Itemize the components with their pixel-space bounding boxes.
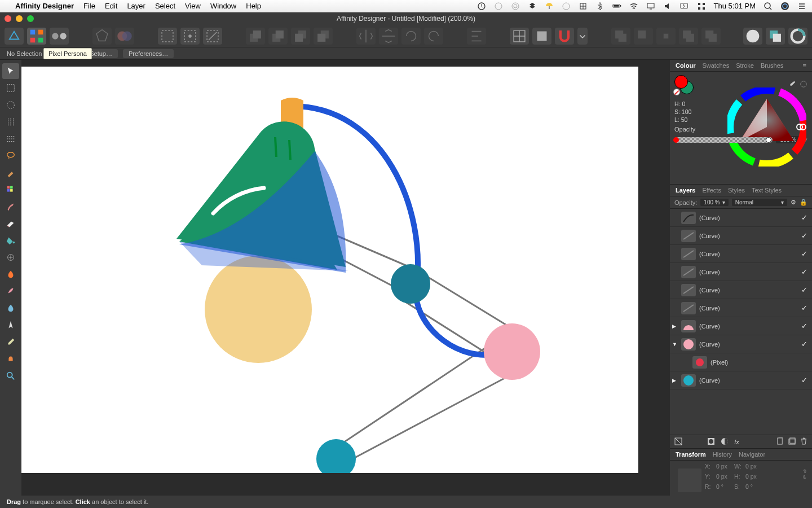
menu-window[interactable]: Window [210,2,236,10]
window-minimize-button[interactable] [16,15,23,22]
layer-list[interactable]: (Curve)✓(Curve)✓(Curve)✓(Curve)✓(Curve)✓… [670,209,812,435]
toolbar-order-front-button[interactable] [314,28,333,45]
erase-brush-tool[interactable] [2,216,19,231]
toolbar-insert-behind-button[interactable] [766,28,785,45]
transform-y-field[interactable]: 0 px [716,473,732,480]
tab-effects[interactable]: Effects [702,187,721,194]
tab-brushes[interactable]: Brushes [761,62,783,69]
tab-navigator[interactable]: Navigator [739,451,765,458]
transform-s-field[interactable]: 0 ° [745,483,761,490]
toolbar-rotate-ccw-button[interactable] [401,28,421,45]
status-globe-icon[interactable] [494,2,503,11]
layer-opacity-field[interactable]: 100 %▾ [700,199,728,206]
layer-expand-icon[interactable]: ▼ [672,341,678,347]
ellipse-marquee-tool[interactable] [2,97,19,113]
toolbar-flip-v-button[interactable] [379,28,398,45]
blur-tool[interactable] [2,300,19,316]
layer-expand-icon[interactable]: ▶ [672,323,678,329]
sharpen-tool[interactable] [2,317,19,333]
toolbar-boolean-subtract-button[interactable] [634,28,653,45]
pixel-persona-button[interactable] [27,28,46,45]
toolbar-flip-h-button[interactable] [356,28,376,45]
transform-r-field[interactable]: 0 ° [716,483,732,490]
status-wifi-icon[interactable] [629,2,638,11]
toolbar-insert-inside-button[interactable] [743,28,762,45]
status-sync-icon[interactable] [477,2,486,11]
delete-layer-icon[interactable] [800,437,807,446]
status-umbrella-icon[interactable] [545,2,554,11]
layer-row[interactable]: (Curve)✓ [670,299,812,317]
status-volume-icon[interactable] [663,2,672,11]
status-charge-icon[interactable] [680,2,689,11]
selection-brush-tool[interactable] [2,165,19,181]
toolbar-selection-all-button[interactable] [158,28,177,45]
toolbar-snap-grid-button[interactable] [510,28,529,45]
layer-row[interactable]: (Curve)✓ [670,227,812,245]
toolbar-boolean-xor-button[interactable] [679,28,698,45]
toolbar-selection-center-button[interactable] [180,28,200,45]
tab-layers[interactable]: Layers [676,187,695,194]
menu-view[interactable]: View [185,2,201,10]
export-persona-button[interactable] [50,28,69,45]
transform-anchor-selector[interactable] [678,468,701,492]
layer-row[interactable]: ▶(Curve)✓ [670,317,812,335]
add-pixel-layer-icon[interactable] [788,437,796,446]
toolbar-rotate-cw-button[interactable] [424,28,443,45]
status-box-icon[interactable] [579,2,588,11]
layer-visibility-checkbox[interactable]: ✓ [801,322,807,330]
layer-row[interactable]: ▼(Curve)✓ [670,335,812,353]
toolbar-snap-options-button[interactable] [577,28,588,45]
toolbar-shape-button[interactable] [92,28,112,45]
siri-icon[interactable] [780,2,789,11]
toolbar-order-frontone-button[interactable] [291,28,310,45]
tab-styles[interactable]: Styles [728,187,745,194]
notification-center-icon[interactable] [797,2,806,11]
move-tool[interactable] [2,63,19,79]
transform-h-field[interactable]: 0 px [745,473,761,480]
layer-visibility-checkbox[interactable]: ✓ [801,231,807,240]
status-cc-icon[interactable] [511,2,520,11]
tab-transform[interactable]: Transform [676,451,706,458]
menubar-clock[interactable]: Thu 5:01 PM [714,2,756,10]
toolbar-snap-pixel-button[interactable] [532,28,551,45]
opacity-slider[interactable] [674,137,773,143]
window-zoom-button[interactable] [27,15,34,22]
menu-file[interactable]: File [83,2,95,10]
canvas[interactable] [21,67,638,473]
tab-history[interactable]: History [713,451,732,458]
status-battery-icon[interactable] [612,2,621,11]
add-layer-icon[interactable] [776,437,784,446]
toolbar-order-backone-button[interactable] [268,28,288,45]
mask-icon[interactable] [707,437,715,446]
menu-layer[interactable]: Layer [127,2,145,10]
tab-swatches[interactable]: Swatches [702,62,729,69]
layer-row[interactable]: (Curve)✓ [670,263,812,281]
layer-row[interactable]: (Curve)✓ [670,245,812,263]
layer-visibility-checkbox[interactable]: ✓ [801,304,807,312]
layer-cog-icon[interactable]: ⚙ [791,199,796,206]
toolbar-selection-transform-button[interactable] [203,28,222,45]
canvas-viewport[interactable] [21,67,669,496]
status-grid-icon[interactable] [697,2,706,11]
rectangle-marquee-tool[interactable] [2,80,19,96]
layer-blend-dropdown[interactable]: Normal▾ [732,199,787,206]
layer-expand-icon[interactable]: ▶ [672,378,678,383]
toolbar-boolean-intersect-button[interactable] [656,28,676,45]
tab-stroke[interactable]: Stroke [736,62,754,69]
toolbar-fx-button[interactable] [115,28,134,45]
tab-text-styles[interactable]: Text Styles [752,187,782,194]
color-swatch-selector[interactable] [674,75,694,94]
transform-w-field[interactable]: 0 px [745,463,761,470]
color-picker-tool[interactable] [2,334,19,350]
colour-panel-menu-icon[interactable]: ≡ [803,62,806,69]
transform-x-field[interactable]: 0 px [716,463,732,470]
lasso-tool[interactable] [2,148,19,164]
layer-row[interactable]: (Curve)✓ [670,281,812,299]
layer-row[interactable]: (Pixel) [670,353,812,371]
menu-help[interactable]: Help [246,2,261,10]
spotlight-icon[interactable] [764,2,773,11]
preferences-button[interactable]: Preferences… [123,49,174,58]
menu-edit[interactable]: Edit [105,2,117,10]
layer-visibility-checkbox[interactable]: ✓ [801,249,807,258]
layer-row[interactable]: ▶(Curve)✓ [670,371,812,389]
